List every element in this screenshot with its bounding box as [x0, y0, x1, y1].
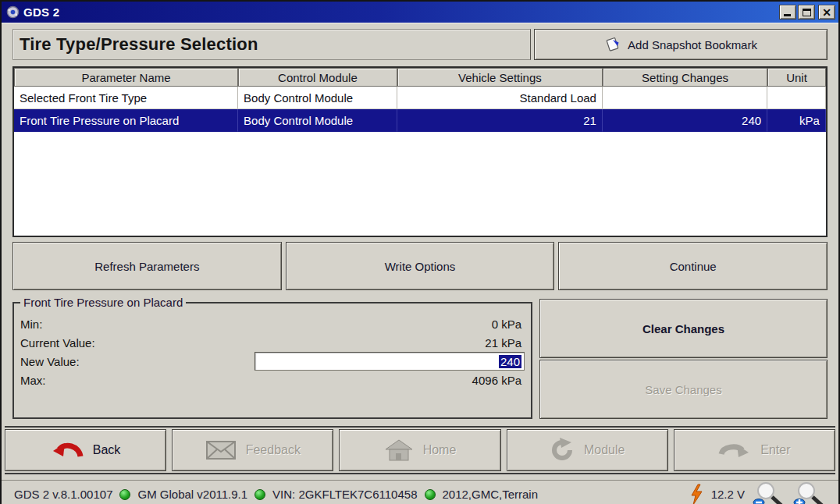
- table-row-selected[interactable]: Front Tire Pressure on Placard Body Cont…: [14, 109, 826, 132]
- home-label: Home: [423, 443, 457, 457]
- column-header-setting-changes: Setting Changes: [603, 68, 767, 87]
- max-label: Max:: [20, 374, 254, 387]
- back-arrow-icon: [51, 438, 84, 463]
- bookmark-icon: [604, 36, 621, 53]
- parameter-table: Parameter Name Control Module Vehicle Se…: [12, 66, 828, 237]
- app-version: GDS 2 v.8.1.00107: [14, 488, 112, 501]
- enter-button: Enter: [674, 429, 835, 471]
- cell-setting-changes: [603, 87, 767, 109]
- max-value: 4096 kPa: [254, 374, 525, 387]
- new-value-row: New Value: 240: [20, 352, 525, 371]
- vehicle-description: 2012,GMC,Terrain: [443, 488, 539, 501]
- close-icon: ✕: [822, 7, 831, 18]
- min-label: Min:: [20, 318, 254, 331]
- new-value-text: 240: [499, 355, 521, 368]
- table-body: Selected Front Tire Type Body Control Mo…: [14, 87, 826, 236]
- save-changes-button: Save Changes: [539, 360, 828, 419]
- continue-button[interactable]: Continue: [558, 242, 828, 290]
- cell-control-module: Body Control Module: [238, 87, 397, 109]
- status-led-icon: [425, 489, 436, 500]
- cell-unit: kPa: [767, 109, 826, 132]
- status-led-icon: [254, 489, 265, 500]
- home-button: Home: [339, 429, 500, 471]
- cell-control-module: Body Control Module: [238, 109, 397, 132]
- write-options-button[interactable]: Write Options: [286, 242, 555, 290]
- enter-arrow-icon: [718, 438, 751, 462]
- feedback-button: Feedback: [172, 429, 333, 471]
- back-label: Back: [93, 443, 121, 457]
- current-value: 21 kPa: [254, 336, 525, 350]
- table-header: Parameter Name Control Module Vehicle Se…: [14, 68, 826, 87]
- column-header-parameter-name: Parameter Name: [14, 68, 238, 87]
- window-title: GDS 2: [23, 5, 778, 19]
- side-action-bar: Clear Changes Save Changes: [539, 299, 828, 419]
- titlebar: GDS 2 ✕: [2, 2, 838, 23]
- min-row: Min: 0 kPa: [20, 314, 525, 333]
- max-row: Max: 4096 kPa: [20, 371, 525, 389]
- module-refresh-icon: [550, 438, 575, 463]
- min-value: 0 kPa: [254, 318, 525, 331]
- maximize-icon: [803, 9, 811, 16]
- magnifier-plus-icon: [793, 482, 826, 504]
- cell-vehicle-settings: Standard Load: [397, 87, 603, 109]
- groupbox-title: Front Tire Pressure on Placard: [20, 296, 186, 309]
- lower-section: Front Tire Pressure on Placard Min: 0 kP…: [12, 297, 828, 419]
- current-value-row: Current Value: 21 kPa: [20, 333, 525, 352]
- zoom-in-button[interactable]: [793, 482, 826, 504]
- clear-changes-button[interactable]: Clear Changes: [539, 299, 828, 358]
- column-header-vehicle-settings: Vehicle Settings: [397, 68, 603, 87]
- gds2-app-icon: [6, 5, 20, 19]
- cell-vehicle-settings: 21: [397, 109, 603, 132]
- add-snapshot-bookmark-button[interactable]: Add Snapshot Bookmark: [534, 29, 828, 60]
- enter-label: Enter: [760, 443, 790, 457]
- envelope-icon: [205, 439, 237, 461]
- magnifier-minus-icon: [753, 482, 785, 504]
- module-label: Module: [584, 443, 625, 457]
- vin: VIN: 2GKFLTEK7C6110458: [272, 488, 417, 501]
- battery-voltage: 12.2 V: [711, 488, 745, 501]
- back-button[interactable]: Back: [5, 429, 166, 471]
- parameter-detail-groupbox: Front Tire Pressure on Placard Min: 0 kP…: [12, 302, 532, 419]
- feedback-label: Feedback: [246, 443, 301, 457]
- bottom-navbar: Back Feedback Home: [5, 426, 835, 474]
- bookmark-button-label: Add Snapshot Bookmark: [628, 38, 757, 51]
- minimize-button[interactable]: [779, 5, 796, 20]
- mid-action-bar: Refresh Parameters Write Options Continu…: [12, 242, 828, 290]
- home-icon: [384, 438, 414, 462]
- page-title: Tire Type/Pressure Selection: [20, 34, 258, 55]
- maximize-button[interactable]: [798, 5, 815, 20]
- current-value-label: Current Value:: [20, 336, 254, 350]
- module-button: Module: [507, 429, 668, 471]
- cell-setting-changes: 240: [603, 109, 767, 132]
- table-row[interactable]: Selected Front Tire Type Body Control Mo…: [14, 87, 826, 109]
- cell-parameter-name: Selected Front Tire Type: [14, 87, 238, 109]
- column-header-unit: Unit: [767, 68, 826, 87]
- header-row: Tire Type/Pressure Selection Add Snapsho…: [12, 29, 828, 60]
- cell-parameter-name: Front Tire Pressure on Placard: [14, 109, 238, 132]
- status-led-icon: [119, 489, 130, 500]
- statusbar: GDS 2 v.8.1.00107 GM Global v2011.9.1 VI…: [2, 480, 838, 504]
- voltage-bolt-icon: [689, 484, 703, 504]
- zoom-out-button[interactable]: [753, 482, 785, 504]
- page-title-panel: Tire Type/Pressure Selection: [12, 29, 531, 60]
- new-value-label: New Value:: [20, 355, 254, 368]
- statusbar-right: 12.2 V: [689, 482, 826, 504]
- software-version: GM Global v2011.9.1: [137, 488, 247, 501]
- column-header-control-module: Control Module: [238, 68, 397, 87]
- close-button[interactable]: ✕: [818, 5, 835, 20]
- new-value-input[interactable]: 240: [254, 352, 525, 371]
- main-content: Tire Type/Pressure Selection Add Snapsho…: [2, 23, 838, 504]
- gds2-window: GDS 2 ✕ Tire Type/Pressure Selection Add…: [0, 0, 840, 504]
- refresh-parameters-button[interactable]: Refresh Parameters: [12, 242, 282, 290]
- minimize-icon: [784, 14, 791, 16]
- cell-unit: [767, 87, 826, 109]
